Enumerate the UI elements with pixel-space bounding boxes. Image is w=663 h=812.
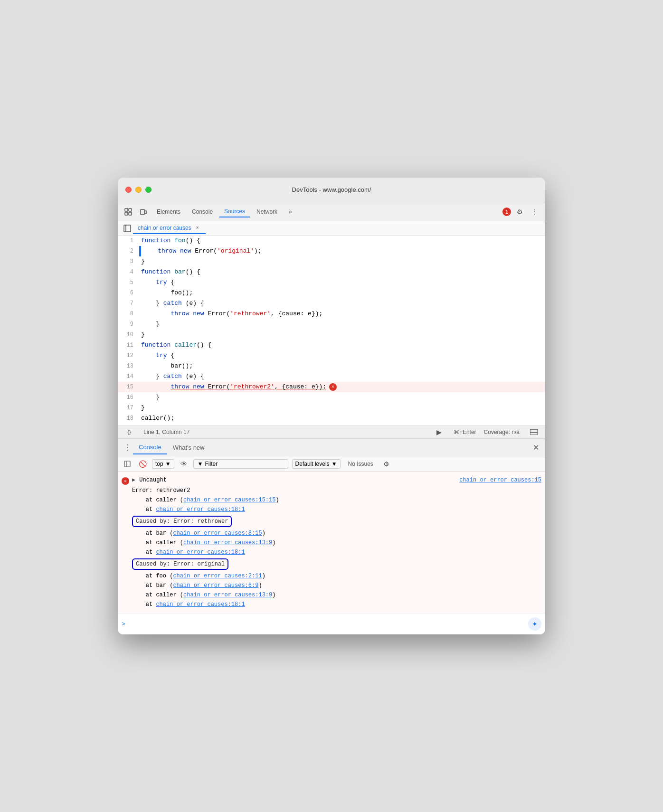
- levels-selector[interactable]: Default levels ▼: [292, 459, 341, 469]
- code-editor[interactable]: 1 function foo() { 2 throw new Error('or…: [118, 236, 545, 425]
- traffic-lights: [125, 187, 152, 193]
- link-chain-13-9-b[interactable]: chain or error causes:13:9: [183, 592, 272, 598]
- tab-elements[interactable]: Elements: [152, 207, 185, 217]
- console-prompt-area: > ✦: [118, 613, 545, 634]
- uncaught-label: Uncaught: [139, 477, 167, 483]
- console-close-icon[interactable]: ✕: [530, 442, 541, 453]
- stack-caller-13-9-b: at caller (chain or error causes:13:9): [118, 590, 545, 600]
- filter-icon: ▼: [198, 461, 203, 467]
- link-chain-18-1-a[interactable]: chain or error causes:18:1: [156, 549, 245, 556]
- code-line-3: 3 }: [118, 256, 545, 267]
- tab-sources[interactable]: Sources: [219, 206, 250, 217]
- status-bar: {} Line 1, Column 17 ▶ ⌘+Enter Coverage:…: [118, 425, 545, 439]
- link-chain-15-15[interactable]: chain or error causes:15:15: [183, 497, 275, 503]
- code-line-1: 1 function foo() {: [118, 236, 545, 246]
- link-chain-6-9[interactable]: chain or error causes:6:9: [173, 582, 258, 589]
- code-line-17: 17 }: [118, 403, 545, 413]
- code-line-18: 18 caller();: [118, 413, 545, 424]
- stack-foo-2-11: at foo (chain or error causes:2:11): [118, 571, 545, 581]
- code-line-12: 12 try {: [118, 350, 545, 361]
- link-chain-2-11[interactable]: chain or error causes:2:11: [173, 573, 262, 579]
- svg-rect-6: [124, 225, 131, 232]
- clear-console-icon[interactable]: 🚫: [137, 458, 148, 470]
- error-badge: 1: [502, 208, 511, 216]
- console-output[interactable]: ✕ ▶ Uncaught chain or error causes:15 Er…: [118, 472, 545, 613]
- svg-rect-4: [141, 209, 144, 215]
- tab-more[interactable]: »: [284, 207, 297, 217]
- stack-18-1-a: at chain or error causes:18:1: [118, 548, 545, 557]
- error-message-rethrower2: Error: rethrower2: [118, 486, 545, 495]
- stack-bar-6-9: at bar (chain or error causes:6:9): [118, 581, 545, 590]
- svg-rect-8: [530, 429, 538, 435]
- filter-input[interactable]: ▼ Filter: [193, 459, 288, 469]
- tab-network[interactable]: Network: [252, 207, 282, 217]
- run-icon[interactable]: ▶: [433, 425, 446, 439]
- sidebar-toggle-icon[interactable]: [122, 223, 133, 234]
- tab-whats-new[interactable]: What's new: [167, 441, 210, 454]
- more-options-icon[interactable]: ⋮: [528, 205, 541, 218]
- devtools-nav: Elements Console Sources Network » 1 ⚙ ⋮: [118, 202, 545, 221]
- console-settings-icon[interactable]: ⚙: [381, 458, 392, 470]
- code-line-16: 16 }: [118, 392, 545, 403]
- console-more-icon[interactable]: ⋮: [122, 442, 133, 453]
- console-toolbar: 🚫 top ▼ 👁 ▼ Filter Default levels ▼ No I…: [118, 456, 545, 472]
- device-toolbar-icon[interactable]: [137, 205, 150, 218]
- titlebar: DevTools - www.google.com/: [118, 178, 545, 202]
- file-tab-label: chain or error causes: [138, 225, 191, 231]
- code-line-5: 5 try {: [118, 277, 545, 288]
- maximize-button[interactable]: [145, 187, 152, 193]
- caused-by-rethrower: Caused by: Error: rethrower: [118, 514, 545, 529]
- minimize-button[interactable]: [135, 187, 142, 193]
- svg-rect-2: [129, 208, 132, 211]
- sidebar-panel-icon[interactable]: [122, 458, 133, 470]
- file-tab-close-icon[interactable]: ×: [194, 225, 201, 231]
- code-line-13: 13 bar();: [118, 361, 545, 371]
- error-badge-wrap: 1: [502, 208, 511, 216]
- tab-console-bottom[interactable]: Console: [133, 441, 167, 454]
- settings-icon[interactable]: ⚙: [513, 205, 526, 218]
- context-chevron-icon: ▼: [165, 461, 171, 467]
- link-chain-18-1-b[interactable]: chain or error causes:18:1: [156, 601, 245, 608]
- ai-assist-icon[interactable]: ✦: [528, 617, 541, 631]
- svg-rect-3: [129, 212, 132, 215]
- filter-label: Filter: [205, 461, 218, 467]
- code-line-11: 11 function caller() {: [118, 340, 545, 350]
- console-tabbar: ⋮ Console What's new ✕: [118, 439, 545, 456]
- link-chain-8-15[interactable]: chain or error causes:8:15: [173, 530, 262, 537]
- caused-by-rethrower-box: Caused by: Error: rethrower: [132, 516, 232, 527]
- stack-18-1-b: at chain or error causes:18:1: [118, 600, 545, 609]
- caused-by-original-box: Caused by: Error: original: [132, 558, 228, 570]
- file-tab-chain-or-error-causes[interactable]: chain or error causes ×: [133, 223, 206, 234]
- format-icon[interactable]: {}: [123, 425, 136, 439]
- cursor-position: Line 1, Column 17: [143, 429, 189, 435]
- error-indicator: ✕: [329, 383, 337, 391]
- code-line-10: 10 }: [118, 330, 545, 340]
- devtools-window: DevTools - www.google.com/ Elements Co: [118, 178, 545, 634]
- levels-chevron-icon: ▼: [332, 461, 337, 467]
- code-line-6: 6 foo();: [118, 288, 545, 298]
- caused-by-original: Caused by: Error: original: [118, 557, 545, 571]
- code-line-15: 15 throw new Error('rethrower2', {cause:…: [118, 382, 545, 392]
- stack-caller-13-9-a: at caller (chain or error causes:13:9): [118, 538, 545, 548]
- eye-icon[interactable]: 👁: [178, 458, 189, 470]
- close-button[interactable]: [125, 187, 132, 193]
- svg-rect-10: [124, 461, 130, 467]
- link-chain-13-9-a[interactable]: chain or error causes:13:9: [183, 539, 272, 546]
- window-title: DevTools - www.google.com/: [292, 186, 371, 193]
- tab-console[interactable]: Console: [187, 207, 218, 217]
- source-link-15[interactable]: chain or error causes:15: [459, 477, 541, 483]
- stack-line-caller-15: at caller (chain or error causes:15:15): [118, 495, 545, 505]
- console-section: ⋮ Console What's new ✕ 🚫 top ▼ 👁: [118, 439, 545, 634]
- code-line-2: 2 throw new Error('original');: [118, 246, 545, 256]
- code-line-7: 7 } catch (e) {: [118, 298, 545, 309]
- levels-label: Default levels: [295, 461, 330, 467]
- inspect-element-icon[interactable]: [122, 205, 135, 218]
- coverage-label: Coverage: n/a: [484, 429, 520, 435]
- svg-rect-5: [145, 211, 146, 214]
- context-selector[interactable]: top ▼: [152, 459, 174, 469]
- link-chain-18-1-top[interactable]: chain or error causes:18:1: [156, 506, 245, 513]
- expand-arrow-icon[interactable]: ▶: [132, 476, 135, 483]
- code-line-9: 9 }: [118, 319, 545, 330]
- svg-rect-0: [125, 208, 128, 211]
- drawer-icon[interactable]: [527, 425, 540, 439]
